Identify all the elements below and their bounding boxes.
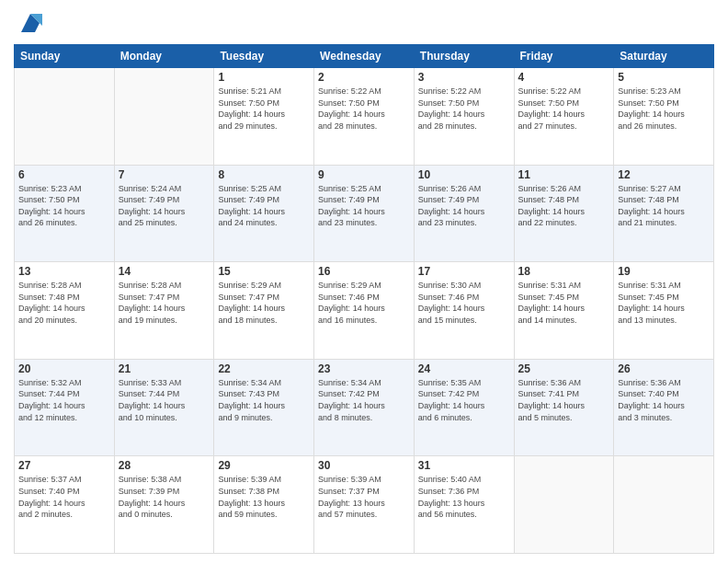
day-info: Sunrise: 5:31 AM Sunset: 7:45 PM Dayligh… (618, 280, 710, 326)
day-number: 27 (18, 459, 110, 472)
calendar-cell: 29Sunrise: 5:39 AM Sunset: 7:38 PM Dayli… (214, 456, 314, 554)
weekday-header-wednesday: Wednesday (314, 45, 415, 68)
day-number: 23 (318, 362, 410, 375)
day-number: 18 (518, 265, 610, 278)
day-info: Sunrise: 5:25 AM Sunset: 7:49 PM Dayligh… (218, 183, 310, 229)
calendar-cell: 1Sunrise: 5:21 AM Sunset: 7:50 PM Daylig… (214, 68, 314, 166)
day-number: 4 (518, 71, 610, 84)
day-info: Sunrise: 5:40 AM Sunset: 7:36 PM Dayligh… (418, 474, 510, 520)
page: SundayMondayTuesdayWednesdayThursdayFrid… (0, 0, 728, 563)
day-info: Sunrise: 5:22 AM Sunset: 7:50 PM Dayligh… (518, 86, 610, 132)
weekday-header-row: SundayMondayTuesdayWednesdayThursdayFrid… (15, 45, 714, 68)
day-info: Sunrise: 5:25 AM Sunset: 7:49 PM Dayligh… (318, 183, 410, 229)
calendar-cell (15, 68, 115, 166)
calendar-cell: 17Sunrise: 5:30 AM Sunset: 7:46 PM Dayli… (414, 262, 514, 360)
logo (14, 9, 44, 37)
day-number: 30 (318, 459, 410, 472)
day-info: Sunrise: 5:36 AM Sunset: 7:41 PM Dayligh… (518, 377, 610, 423)
calendar-cell: 5Sunrise: 5:23 AM Sunset: 7:50 PM Daylig… (614, 68, 714, 166)
day-info: Sunrise: 5:34 AM Sunset: 7:43 PM Dayligh… (218, 377, 310, 423)
calendar-cell (114, 68, 214, 166)
calendar-cell: 6Sunrise: 5:23 AM Sunset: 7:50 PM Daylig… (15, 165, 115, 262)
day-number: 21 (119, 362, 210, 375)
day-info: Sunrise: 5:22 AM Sunset: 7:50 PM Dayligh… (318, 86, 410, 132)
day-number: 2 (318, 71, 410, 84)
calendar-cell: 31Sunrise: 5:40 AM Sunset: 7:36 PM Dayli… (414, 456, 514, 554)
day-number: 13 (18, 265, 110, 278)
day-info: Sunrise: 5:21 AM Sunset: 7:50 PM Dayligh… (218, 86, 310, 132)
logo-icon (17, 9, 44, 37)
calendar: SundayMondayTuesdayWednesdayThursdayFrid… (14, 44, 714, 554)
calendar-cell: 15Sunrise: 5:29 AM Sunset: 7:47 PM Dayli… (214, 262, 314, 360)
calendar-cell: 23Sunrise: 5:34 AM Sunset: 7:42 PM Dayli… (314, 359, 415, 456)
calendar-cell: 12Sunrise: 5:27 AM Sunset: 7:48 PM Dayli… (614, 165, 714, 262)
day-info: Sunrise: 5:39 AM Sunset: 7:37 PM Dayligh… (318, 474, 410, 520)
day-number: 9 (318, 168, 410, 181)
day-info: Sunrise: 5:26 AM Sunset: 7:48 PM Dayligh… (518, 183, 610, 229)
day-info: Sunrise: 5:28 AM Sunset: 7:48 PM Dayligh… (18, 280, 110, 326)
day-number: 25 (518, 362, 610, 375)
day-info: Sunrise: 5:29 AM Sunset: 7:46 PM Dayligh… (318, 280, 410, 326)
day-number: 16 (318, 265, 410, 278)
week-row-1: 6Sunrise: 5:23 AM Sunset: 7:50 PM Daylig… (15, 165, 714, 262)
day-number: 10 (418, 168, 510, 181)
day-number: 31 (418, 459, 510, 472)
calendar-cell: 7Sunrise: 5:24 AM Sunset: 7:49 PM Daylig… (114, 165, 214, 262)
day-number: 20 (18, 362, 110, 375)
calendar-cell: 16Sunrise: 5:29 AM Sunset: 7:46 PM Dayli… (314, 262, 415, 360)
calendar-cell: 18Sunrise: 5:31 AM Sunset: 7:45 PM Dayli… (514, 262, 614, 360)
calendar-cell: 8Sunrise: 5:25 AM Sunset: 7:49 PM Daylig… (214, 165, 314, 262)
calendar-cell: 9Sunrise: 5:25 AM Sunset: 7:49 PM Daylig… (314, 165, 415, 262)
day-info: Sunrise: 5:26 AM Sunset: 7:49 PM Dayligh… (418, 183, 510, 229)
day-info: Sunrise: 5:31 AM Sunset: 7:45 PM Dayligh… (518, 280, 610, 326)
week-row-4: 27Sunrise: 5:37 AM Sunset: 7:40 PM Dayli… (15, 456, 714, 554)
calendar-cell: 24Sunrise: 5:35 AM Sunset: 7:42 PM Dayli… (414, 359, 514, 456)
day-info: Sunrise: 5:38 AM Sunset: 7:39 PM Dayligh… (119, 474, 210, 520)
calendar-cell (514, 456, 614, 554)
calendar-cell: 21Sunrise: 5:33 AM Sunset: 7:44 PM Dayli… (114, 359, 214, 456)
day-info: Sunrise: 5:35 AM Sunset: 7:42 PM Dayligh… (418, 377, 510, 423)
calendar-cell: 10Sunrise: 5:26 AM Sunset: 7:49 PM Dayli… (414, 165, 514, 262)
weekday-header-tuesday: Tuesday (214, 45, 314, 68)
weekday-header-monday: Monday (114, 45, 214, 68)
calendar-cell: 20Sunrise: 5:32 AM Sunset: 7:44 PM Dayli… (15, 359, 115, 456)
day-number: 5 (618, 71, 710, 84)
calendar-cell: 2Sunrise: 5:22 AM Sunset: 7:50 PM Daylig… (314, 68, 415, 166)
day-info: Sunrise: 5:32 AM Sunset: 7:44 PM Dayligh… (18, 377, 110, 423)
week-row-0: 1Sunrise: 5:21 AM Sunset: 7:50 PM Daylig… (15, 68, 714, 166)
weekday-header-thursday: Thursday (414, 45, 514, 68)
day-number: 7 (119, 168, 210, 181)
calendar-cell: 14Sunrise: 5:28 AM Sunset: 7:47 PM Dayli… (114, 262, 214, 360)
calendar-cell: 30Sunrise: 5:39 AM Sunset: 7:37 PM Dayli… (314, 456, 415, 554)
day-number: 24 (418, 362, 510, 375)
day-number: 26 (618, 362, 710, 375)
day-info: Sunrise: 5:33 AM Sunset: 7:44 PM Dayligh… (119, 377, 210, 423)
day-number: 3 (418, 71, 510, 84)
day-info: Sunrise: 5:23 AM Sunset: 7:50 PM Dayligh… (618, 86, 710, 132)
day-number: 1 (218, 71, 310, 84)
calendar-cell: 26Sunrise: 5:36 AM Sunset: 7:40 PM Dayli… (614, 359, 714, 456)
header (14, 9, 714, 37)
day-info: Sunrise: 5:37 AM Sunset: 7:40 PM Dayligh… (18, 474, 110, 520)
day-number: 28 (119, 459, 210, 472)
weekday-header-friday: Friday (514, 45, 614, 68)
calendar-cell: 13Sunrise: 5:28 AM Sunset: 7:48 PM Dayli… (15, 262, 115, 360)
day-number: 12 (618, 168, 710, 181)
day-number: 17 (418, 265, 510, 278)
calendar-cell: 28Sunrise: 5:38 AM Sunset: 7:39 PM Dayli… (114, 456, 214, 554)
calendar-cell: 19Sunrise: 5:31 AM Sunset: 7:45 PM Dayli… (614, 262, 714, 360)
day-info: Sunrise: 5:30 AM Sunset: 7:46 PM Dayligh… (418, 280, 510, 326)
calendar-cell: 22Sunrise: 5:34 AM Sunset: 7:43 PM Dayli… (214, 359, 314, 456)
day-info: Sunrise: 5:28 AM Sunset: 7:47 PM Dayligh… (119, 280, 210, 326)
calendar-cell: 3Sunrise: 5:22 AM Sunset: 7:50 PM Daylig… (414, 68, 514, 166)
day-number: 14 (119, 265, 210, 278)
day-number: 29 (218, 459, 310, 472)
week-row-2: 13Sunrise: 5:28 AM Sunset: 7:48 PM Dayli… (15, 262, 714, 360)
weekday-header-sunday: Sunday (15, 45, 115, 68)
day-info: Sunrise: 5:27 AM Sunset: 7:48 PM Dayligh… (618, 183, 710, 229)
day-number: 19 (618, 265, 710, 278)
calendar-cell: 11Sunrise: 5:26 AM Sunset: 7:48 PM Dayli… (514, 165, 614, 262)
day-info: Sunrise: 5:39 AM Sunset: 7:38 PM Dayligh… (218, 474, 310, 520)
calendar-cell: 4Sunrise: 5:22 AM Sunset: 7:50 PM Daylig… (514, 68, 614, 166)
calendar-cell (614, 456, 714, 554)
